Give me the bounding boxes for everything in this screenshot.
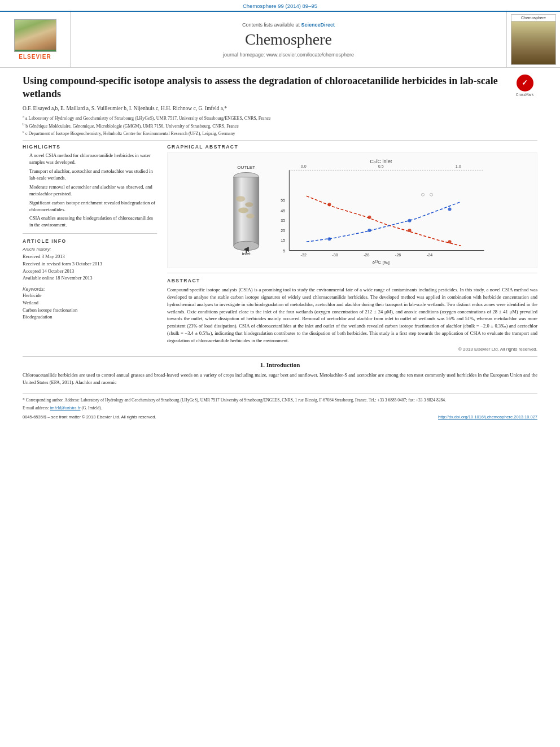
revised-date: Received in revised form 3 October 2013 — [23, 260, 157, 268]
journal-name: Chemosphere — [245, 30, 332, 49]
svg-text:⬡: ⬡ — [421, 193, 425, 197]
crossmark-label: CrossMark — [516, 93, 533, 97]
article-title-row: Using compound-specific isotope analysis… — [23, 75, 537, 101]
svg-text:-32: -32 — [301, 253, 307, 257]
graphical-abstract-heading: GRAPHICAL ABSTRACT — [167, 144, 537, 150]
svg-text:55: 55 — [281, 199, 285, 203]
keyword-2: Wetland — [23, 299, 157, 307]
svg-text:25: 25 — [281, 229, 285, 233]
keyword-4: Biodegradation — [23, 313, 157, 321]
divider-1 — [23, 140, 537, 141]
introduction-section: 1. Introduction Chloroacetanilide herbic… — [23, 361, 537, 386]
thumbnail-label: Chemosphere — [511, 15, 555, 21]
svg-point-2 — [234, 242, 259, 251]
svg-text:0.5: 0.5 — [378, 165, 384, 169]
article-content: Using compound-specific isotope analysis… — [0, 68, 560, 411]
article-title: Using compound-specific isotope analysis… — [23, 75, 506, 101]
svg-text:-28: -28 — [364, 253, 369, 257]
svg-point-5 — [238, 208, 248, 213]
svg-point-32 — [448, 241, 452, 244]
elsevier-logo-area: ELSEVIER — [0, 12, 71, 67]
svg-point-33 — [327, 238, 331, 241]
affiliation-c: c c Department of Isotope Biogeochemistr… — [23, 129, 537, 137]
authors-line: O.F. Elsayed a,b, E. Maillard a, S. Vuil… — [23, 106, 537, 111]
sciencedirect-notice: Contents lists available at ScienceDirec… — [242, 22, 335, 28]
svg-text:35: 35 — [281, 219, 285, 223]
svg-point-3 — [236, 196, 245, 202]
abstract-heading: ABSTRACT — [167, 278, 537, 283]
affiliation-b: b b Génétique Moléculaire, Génomique, Mi… — [23, 121, 537, 129]
svg-text:-26: -26 — [395, 253, 401, 257]
svg-text:-30: -30 — [332, 253, 338, 257]
keywords-section: Keywords: Herbicide Wetland Carbon isoto… — [23, 286, 157, 321]
journal-thumbnail: Chemosphere — [511, 14, 556, 65]
article-history-label: Article history: — [23, 247, 157, 252]
elsevier-wordmark: ELSEVIER — [19, 54, 51, 60]
svg-text:OUTLET: OUTLET — [237, 165, 255, 171]
svg-text:⬡: ⬡ — [430, 193, 433, 197]
left-column: HIGHLIGHTS A novel CSIA method for chlor… — [23, 144, 157, 352]
accepted-date: Accepted 14 October 2013 — [23, 268, 157, 275]
keywords-label: Keywords: — [23, 286, 157, 292]
svg-point-36 — [448, 208, 452, 211]
svg-point-34 — [368, 229, 371, 232]
svg-text:δ¹³C [‰]: δ¹³C [‰] — [372, 260, 390, 265]
crossmark-icon: ✓ — [517, 75, 533, 91]
journal-thumbnail-area: Chemosphere — [506, 12, 560, 67]
abstract-section: ABSTRACT Compound-specific isotope analy… — [167, 278, 537, 352]
crossmark-badge: ✓ CrossMark — [512, 75, 537, 97]
online-date: Available online 18 November 2013 — [23, 274, 157, 282]
article-info-heading: ARTICLE INFO — [23, 238, 157, 244]
graphical-abstract-section: GRAPHICAL ABSTRACT — [167, 144, 537, 268]
highlight-item-1: A novel CSIA method for chloroacetanilid… — [23, 152, 157, 166]
received-date: Received 3 May 2013 — [23, 253, 157, 260]
footnote-1: * Corresponding author. Address: Laborat… — [23, 397, 537, 403]
email-link[interactable]: imfeld@unistra.fr — [50, 405, 81, 410]
intro-col-2: Chloroacetanilide herbicides are used to… — [23, 372, 537, 386]
footnote-email: E-mail address: imfeld@unistra.fr (G. Im… — [23, 405, 537, 411]
journal-ref: Chemosphere 99 (2014) 89–95 — [243, 3, 317, 9]
main-two-col: HIGHLIGHTS A novel CSIA method for chlor… — [23, 144, 537, 352]
divider-left-1 — [23, 233, 157, 234]
journal-title-area: Contents lists available at ScienceDirec… — [71, 12, 506, 67]
graphical-abstract-svg: inlet OUTLET — [168, 153, 537, 268]
sciencedirect-link[interactable]: ScienceDirect — [301, 22, 335, 28]
intro-two-col: Chloroacetanilide herbicides are used to… — [23, 372, 537, 386]
elsevier-logo-graphic — [14, 19, 56, 52]
top-bar: Chemosphere 99 (2014) 89–95 — [0, 0, 560, 11]
svg-text:-24: -24 — [427, 253, 432, 257]
copyright: © 2013 Elsevier Ltd. All rights reserved… — [167, 347, 537, 352]
highlight-item-2: Transport of alachlor, acetochlor and me… — [23, 168, 157, 182]
footnote-section: * Corresponding author. Address: Laborat… — [23, 393, 537, 412]
svg-text:45: 45 — [281, 209, 285, 213]
intro-text: Chloroacetanilide herbicides are used to… — [23, 372, 537, 386]
affiliations: a a Laboratory of Hydrology and Geochemi… — [23, 113, 537, 137]
thumbnail-image — [511, 21, 555, 64]
highlights-heading: HIGHLIGHTS — [23, 144, 157, 150]
svg-point-31 — [408, 229, 411, 232]
bottom-bar: 0045-6535/$ – see front matter © 2013 El… — [0, 414, 560, 424]
svg-point-29 — [327, 203, 331, 207]
svg-text:5: 5 — [283, 249, 285, 254]
highlights-list: A novel CSIA method for chloroacetanilid… — [23, 152, 157, 229]
svg-point-4 — [245, 203, 253, 207]
highlight-item-3: Moderate removal of acetochlor and alach… — [23, 184, 157, 198]
highlight-item-5: CSIA enables assessing the biodegradatio… — [23, 215, 157, 229]
keyword-3: Carbon isotope fractionation — [23, 307, 157, 314]
svg-text:15: 15 — [281, 239, 285, 243]
doi-link[interactable]: http://dx.doi.org/10.1016/j.chemosphere.… — [438, 414, 537, 420]
svg-text:C₀/C inlet: C₀/C inlet — [370, 159, 392, 165]
svg-point-30 — [368, 216, 371, 219]
svg-point-6 — [246, 214, 254, 219]
right-column: GRAPHICAL ABSTRACT — [167, 144, 537, 352]
divider-right-1 — [167, 273, 537, 273]
issn-line: 0045-6535/$ – see front matter © 2013 El… — [23, 414, 156, 420]
divider-2 — [23, 356, 537, 357]
article-info-section: ARTICLE INFO Article history: Received 3… — [23, 238, 157, 321]
svg-point-35 — [408, 219, 411, 222]
keyword-1: Herbicide — [23, 292, 157, 299]
abstract-text: Compound-specific isotope analysis (CSIA… — [167, 286, 537, 344]
highlight-item-4: Significant carbon isotope enrichment re… — [23, 200, 157, 213]
highlights-section: HIGHLIGHTS A novel CSIA method for chlor… — [23, 144, 157, 229]
svg-text:0.0: 0.0 — [301, 165, 307, 169]
